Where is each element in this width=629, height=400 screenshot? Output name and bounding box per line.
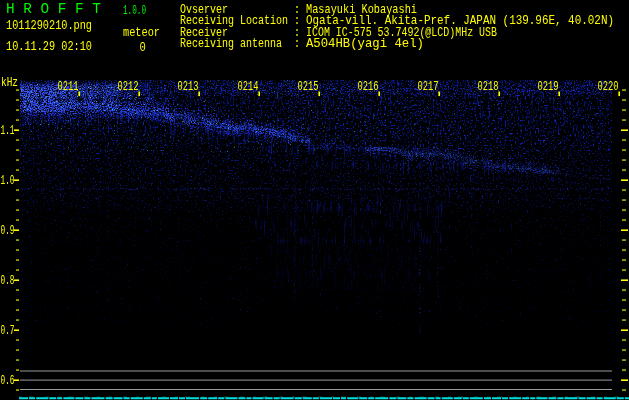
svg-text:0217: 0217 [418,79,439,93]
svg-text:0.6: 0.6 [1,373,15,388]
svg-text:1.1: 1.1 [1,123,15,138]
svg-text:H R O F F T: H R O F F T [6,1,101,17]
svg-text:0216: 0216 [358,79,379,93]
svg-text:0220: 0220 [598,79,619,93]
svg-text:1011290210.png: 1011290210.png [6,20,92,33]
svg-text:0212: 0212 [118,79,139,93]
svg-text:1.0.0: 1.0.0 [123,3,146,17]
svg-text:kHz: kHz [1,75,18,90]
svg-text:1.0: 1.0 [1,173,15,188]
svg-text:0.8: 0.8 [1,273,15,288]
svg-text:0218: 0218 [478,79,499,93]
svg-text:0.7: 0.7 [1,323,15,338]
svg-text:0219: 0219 [538,79,559,93]
svg-text:10.11.29 02:10: 10.11.29 02:10 [6,40,92,53]
svg-text:0211: 0211 [58,79,79,93]
svg-text:0: 0 [140,40,146,54]
svg-text:0213: 0213 [178,79,199,93]
svg-text:0214: 0214 [238,79,259,93]
svg-text:meteor: meteor [123,27,160,40]
svg-text:0215: 0215 [298,79,319,93]
svg-text:Receiving antenna: Receiving antenna [180,37,282,50]
svg-text::: : [294,37,300,50]
svg-text:A504HB(yagi 4el): A504HB(yagi 4el) [306,37,424,50]
svg-text:0.9: 0.9 [1,223,15,238]
